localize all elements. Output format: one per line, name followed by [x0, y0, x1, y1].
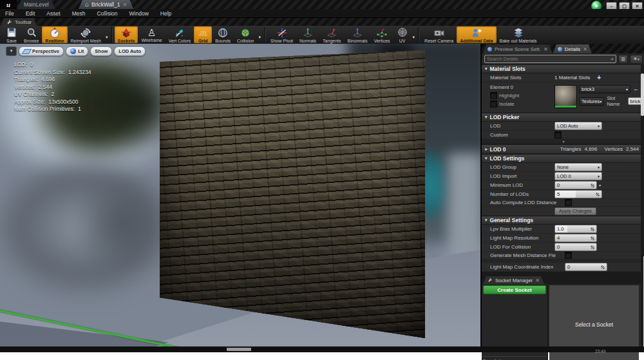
- show-button[interactable]: Show: [90, 46, 112, 56]
- bounds-button[interactable]: Bounds: [212, 26, 234, 43]
- number-of-lods-spinbox[interactable]: 5: [554, 190, 602, 198]
- tab-preview-scene-settings[interactable]: Preview Scene Sett. ✕: [483, 44, 553, 53]
- material-select-dropdown[interactable]: brick3 ▾: [579, 85, 630, 93]
- menu-bar: File Edit Asset Mesh Collision Window He…: [0, 9, 644, 18]
- collision-button[interactable]: Collision: [234, 26, 257, 43]
- highlight-checkbox[interactable]: [490, 92, 497, 99]
- menu-edit[interactable]: Edit: [26, 10, 35, 17]
- lod-for-collision-spinbox[interactable]: 0: [554, 243, 597, 251]
- reset-camera-icon: [433, 27, 445, 39]
- auto-compute-lod-checkbox[interactable]: [565, 199, 572, 206]
- tab-close-icon[interactable]: ✕: [583, 46, 587, 52]
- minimum-lod-override-chevron[interactable]: ▾: [599, 183, 601, 187]
- lpv-bias-row: Lpv Bias Multiplier 1.0: [482, 225, 644, 234]
- menu-mesh[interactable]: Mesh: [72, 10, 86, 17]
- details-scrollbar-handle[interactable]: [641, 73, 644, 116]
- viewport-3d[interactable]: y ▾ Perspective Lit Show LOD Auto LOD:0 …: [0, 44, 480, 346]
- perspective-icon: [22, 49, 32, 54]
- reset-camera-button[interactable]: Reset Camera: [421, 26, 457, 43]
- menu-window[interactable]: Window: [129, 10, 149, 17]
- lod-group-dropdown[interactable]: None ▾: [554, 163, 602, 171]
- lightmap-resolution-spinbox[interactable]: 4: [554, 234, 597, 242]
- collapsed-arrow-icon: ▾: [484, 148, 489, 151]
- browse-button[interactable]: Browse: [21, 26, 42, 43]
- minimum-lod-spinbox[interactable]: 0: [554, 181, 597, 189]
- show-pivot-button[interactable]: Show Pivot: [267, 26, 296, 43]
- category-lod-picker[interactable]: ▾ LOD Picker: [482, 113, 644, 122]
- tab-close-icon[interactable]: ✕: [544, 46, 548, 52]
- additional-data-button[interactable]: Additional Data: [457, 26, 496, 43]
- auto-compute-lod-row: Auto Compute LOD Distance: [482, 199, 644, 207]
- menu-help[interactable]: Help: [160, 10, 171, 17]
- lod-dropdown[interactable]: LOD Auto ▾: [554, 122, 602, 130]
- tab-close-icon[interactable]: ✕: [535, 278, 540, 283]
- wireframe-button[interactable]: ♙ Wireframe: [138, 26, 165, 43]
- viewport-hud: ▾ Perspective Lit Show LOD Auto: [6, 46, 146, 56]
- tab-brickwall[interactable]: ⌂ BrickWall_1 ✕: [79, 0, 133, 9]
- menu-collision[interactable]: Collision: [97, 10, 117, 17]
- category-lod-settings[interactable]: ▾ LOD Settings: [482, 154, 644, 163]
- generate-mesh-distance-checkbox[interactable]: [565, 252, 572, 259]
- category-material-slots[interactable]: ▾ Material Slots: [482, 64, 644, 73]
- reimport-dropdown-chevron[interactable]: ▾: [104, 35, 109, 40]
- save-button[interactable]: Save: [3, 26, 21, 43]
- collision-dropdown-chevron[interactable]: ▾: [258, 35, 263, 40]
- search-input[interactable]: [487, 56, 611, 62]
- details-panel: Preview Scene Sett. ✕ Details ✕ ⌕ ▥ 👁▾ ▾…: [480, 44, 644, 346]
- lpv-bias-spinbox[interactable]: 1.0: [554, 225, 597, 233]
- realtime-button[interactable]: Realtime: [42, 26, 67, 43]
- lod-for-collision-row: LOD For Collision 0: [482, 243, 644, 252]
- advanced-expander[interactable]: ▾: [482, 139, 644, 144]
- lod-auto-button[interactable]: LOD Auto: [114, 46, 146, 56]
- tab-mainlevel[interactable]: MainLevel: [17, 0, 55, 9]
- visibility-filter-icon[interactable]: 👁▾: [630, 55, 643, 64]
- details-tab-bar: Preview Scene Sett. ✕ Details ✕: [482, 44, 644, 53]
- normals-button[interactable]: Normals: [296, 26, 319, 43]
- uv-dropdown-chevron[interactable]: ▾: [412, 35, 417, 40]
- perspective-button[interactable]: Perspective: [19, 46, 64, 56]
- vert-colors-button[interactable]: Vert Colors: [166, 26, 194, 43]
- tab-details[interactable]: Details ✕: [553, 44, 592, 53]
- vertices-button[interactable]: Vertices: [371, 26, 393, 43]
- minimum-lod-row: Minimum LOD 0 ▾: [482, 181, 644, 190]
- bottom-scroll-handle[interactable]: [227, 348, 251, 351]
- tab-close-icon[interactable]: ✕: [123, 2, 128, 8]
- category-lod0[interactable]: ▾ LOD 0 Triangles 4,696 Vertices 2,544: [482, 144, 644, 154]
- menu-asset[interactable]: Asset: [46, 10, 60, 17]
- add-material-slot-button[interactable]: +: [597, 74, 601, 81]
- save-icon: [6, 27, 17, 39]
- category-general-settings[interactable]: ▾ General Settings: [482, 216, 644, 225]
- search-box[interactable]: ⌕: [484, 55, 616, 63]
- lod-import-row: LOD Import LOD 0 ▾: [482, 172, 644, 181]
- realtime-icon: [49, 27, 61, 39]
- apply-changes-button[interactable]: Apply Changes: [554, 207, 596, 215]
- binormals-button[interactable]: Binormals: [345, 26, 371, 43]
- use-selected-icon[interactable]: ←: [633, 86, 639, 92]
- custom-checkbox[interactable]: [554, 131, 562, 138]
- toolbar-separator: [418, 27, 419, 43]
- tangents-button[interactable]: Tangents: [319, 26, 344, 43]
- lightmap-coordinate-spinbox[interactable]: 0: [565, 263, 607, 271]
- toolbar-tab[interactable]: Toolbar: [1, 18, 37, 26]
- reimport-mesh-button[interactable]: Reimport Mesh: [68, 26, 104, 43]
- toolbar-separator: [111, 27, 113, 43]
- uv-icon: [397, 27, 408, 39]
- tab-socket-manager[interactable]: Socket Manager ✕: [483, 276, 544, 284]
- view-options-icon[interactable]: ▥: [618, 55, 628, 64]
- isolate-checkbox[interactable]: [490, 100, 497, 108]
- uv-button[interactable]: UV: [393, 26, 412, 43]
- create-socket-button[interactable]: Create Socket: [483, 285, 546, 294]
- menu-file[interactable]: File: [5, 10, 14, 17]
- drag-resize-icon: [591, 245, 594, 249]
- textures-filter-button[interactable]: Textures ▾: [579, 97, 604, 106]
- viewport-options-dropdown[interactable]: ▾: [6, 46, 17, 56]
- lit-button[interactable]: Lit: [66, 46, 88, 56]
- grid-button[interactable]: Grid: [194, 26, 212, 43]
- brick-wall-mesh[interactable]: [160, 50, 425, 338]
- drag-resize-icon: [591, 227, 594, 231]
- lod-import-dropdown[interactable]: LOD 0 ▾: [554, 172, 602, 180]
- bake-out-materials-button[interactable]: Bake out Materials: [497, 26, 540, 43]
- material-thumbnail[interactable]: [554, 85, 577, 108]
- sockets-button[interactable]: Sockets: [115, 26, 138, 43]
- show-pivot-icon: [276, 27, 288, 39]
